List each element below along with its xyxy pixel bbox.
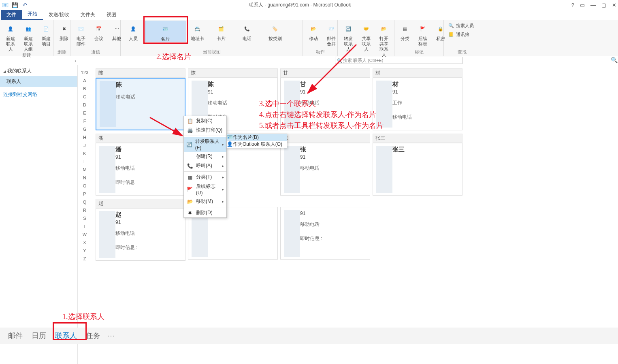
group-header[interactable]: 陈 [188,68,278,78]
group-header[interactable]: 材 [373,68,462,78]
card-icon: 🪪 [227,134,233,140]
group-header[interactable]: 张三 [373,134,462,143]
outlook-icon: 📧 [2,1,9,9]
ctx-quickprint[interactable]: 🖨️快速打印(Q) [184,126,226,135]
collapse-sidebar-icon[interactable]: ‹ [75,58,76,64]
phone-view-button[interactable]: 📞电话 [235,21,259,41]
move-button[interactable]: 📂移动 [305,21,322,41]
tab-file[interactable]: 文件 [1,10,22,20]
contact-card[interactable]: 91移动电话即时信息 : [280,207,370,260]
nav-mail[interactable]: 邮件 [6,329,25,342]
az-letter[interactable]: L [83,158,86,166]
az-letter[interactable]: E [83,109,86,117]
sidebar-item-contacts[interactable]: 联系人 [0,76,77,87]
ribbon: 👤新建联系人 👥新建联系人组 📄新建项目 新建 ✖删除 删除 ✉️电子邮件 📅会… [0,20,618,56]
contact-card[interactable]: 赵91移动电话即时信息 : [96,208,185,261]
tab-start[interactable]: 开始 [22,9,43,20]
window-title: 联系人 - guanrong@91.com - Microsoft Outloo… [28,2,571,9]
az-letter[interactable]: A [83,77,86,85]
contact-card[interactable]: 张三 [373,143,462,196]
new-item-button[interactable]: 📄新建项目 [38,21,54,47]
group-header[interactable]: 赵 [96,199,185,208]
mailmerge-button[interactable]: 📨邮件合并 [323,21,339,47]
help-icon[interactable]: ? [571,2,574,8]
nav-calendar[interactable]: 日历 [29,329,49,342]
az-letter[interactable]: G [83,125,87,133]
az-letter[interactable]: Z [83,255,86,263]
az-letter[interactable]: M [83,166,86,174]
az-letter[interactable]: F [83,117,86,125]
contact-card[interactable]: 甘91移动电话 [280,78,370,130]
az-letter[interactable]: T [83,222,86,230]
az-letter[interactable]: C [83,93,86,101]
bizcard-view-button[interactable]: 🪪名片 [145,21,185,42]
az-letter[interactable]: K [83,149,86,158]
az-letter[interactable]: X [83,238,86,247]
az-letter[interactable]: N [83,174,86,182]
az-letter[interactable]: Y [83,247,86,255]
group-header[interactable]: 甘 [280,68,370,78]
byclass-view-button[interactable]: 🏷️按类别 [261,21,289,41]
ctx-create[interactable]: 创建(R)▸ [184,152,226,161]
nav-tasks[interactable]: 任务 [83,329,103,342]
nav-more-icon[interactable]: ⋯ [107,331,115,341]
tab-view[interactable]: 视图 [101,10,122,20]
ctx-call[interactable]: 📞呼叫(A)▸ [184,161,226,170]
az-letter[interactable]: D [83,101,86,109]
addrcard-view-button[interactable]: 📇地址卡 [187,21,207,41]
new-group-button[interactable]: 👥新建联系人组 [20,21,36,52]
az-letter[interactable]: W [83,230,87,238]
az-letter[interactable]: P [83,190,86,198]
ctx-copy[interactable]: 📋复制(C) [184,116,226,126]
contact-card[interactable]: 张91移动电话 [280,143,370,196]
followup-button[interactable]: 🚩后续标志 [415,21,431,47]
az-letter[interactable]: J [83,141,86,149]
contact-card[interactable]: 潘91移动电话即时信息 [96,143,185,196]
az-letter[interactable]: Q [83,198,87,206]
classify-button[interactable]: ▦分类 [397,21,413,41]
ctx-move[interactable]: 📂移动(M)▸ [184,197,226,206]
nav-contacts[interactable]: 联系人 [53,329,79,342]
ctx-as-outlook[interactable]: 👤作为Outlook 联系人(O) [227,141,287,148]
close-icon[interactable]: ✕ [612,2,616,8]
az-letter[interactable]: S [83,214,86,222]
ctx-forward[interactable]: ↪️转发联系人(F)▸ [184,137,226,152]
sidebar-social-link[interactable]: 连接到社交网络 [0,87,77,102]
minimize-icon[interactable]: — [590,2,596,8]
sidebar-header[interactable]: 我的联系人 [0,65,77,76]
az-letter[interactable]: B [83,85,86,93]
addrbook-button[interactable]: 📒通讯簿 [446,30,478,38]
contact-card[interactable]: 材91工作移动电话 [373,78,462,130]
search-input[interactable]: 搜索 联系人 (Ctrl+E) [335,57,462,64]
tab-sendrecv[interactable]: 发送/接收 [43,10,75,20]
group-header[interactable]: 潘 [96,134,185,143]
share-contact-button[interactable]: 🤝共享联系人 [358,21,374,52]
az-letter[interactable]: R [83,206,86,214]
group-header[interactable]: 陈 [96,68,185,78]
tab-folder[interactable]: 文件夹 [75,10,101,20]
open-shared-button[interactable]: 📂打开共享联系人 [376,21,392,57]
az-letter[interactable]: O [83,182,87,190]
az-letter[interactable]: 123 [81,68,88,77]
email-button[interactable]: ✉️电子邮件 [73,21,89,47]
search-people-button[interactable]: 🔍搜索人员 [446,21,478,30]
delete-button[interactable]: ✖删除 [56,21,72,41]
quick-undo-icon[interactable]: ↶ [21,1,28,9]
search-expand-icon[interactable]: 🔍 [611,57,617,63]
ctx-delete[interactable]: ✖删除(D) [184,208,226,217]
people-view-button[interactable]: 👤人员 [123,21,143,41]
maximize-icon[interactable]: ▢ [601,2,606,8]
new-contact-button[interactable]: 👤新建联系人 [2,21,19,52]
forward-contact-button[interactable]: ↪️转发联系人 [340,21,356,52]
meeting-button[interactable]: 📅会议 [91,21,107,41]
card-view-button[interactable]: 🗂️卡片 [209,21,233,41]
quick-save-icon[interactable]: 💾 [11,1,19,9]
ctx-classify[interactable]: ▦分类(T)▸ [184,172,226,182]
group-header[interactable]: 张 [280,134,370,143]
contact-card[interactable]: 陈移动电话 [96,78,185,130]
move-icon: 📂 [186,198,194,205]
ctx-followup[interactable]: 🚩后续标志(U)▸ [184,182,226,197]
ctx-as-card[interactable]: 🪪作为名片(B) [227,134,287,141]
ribbon-toggle-icon[interactable]: ▭ [580,2,585,8]
az-letter[interactable]: H [83,133,86,141]
